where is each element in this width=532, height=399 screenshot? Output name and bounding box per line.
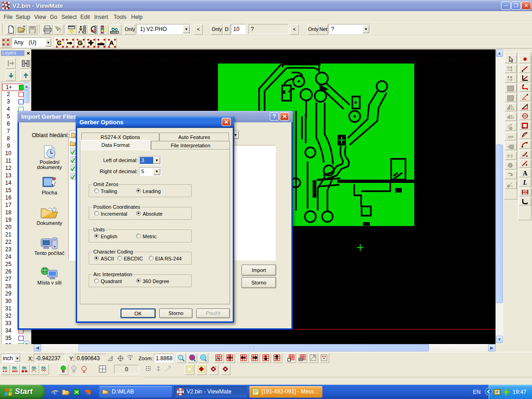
svg-text:?: ? xyxy=(58,28,61,34)
svg-text:A: A xyxy=(523,170,528,177)
svg-text:L: L xyxy=(523,179,527,186)
svg-text:e: e xyxy=(53,388,56,396)
